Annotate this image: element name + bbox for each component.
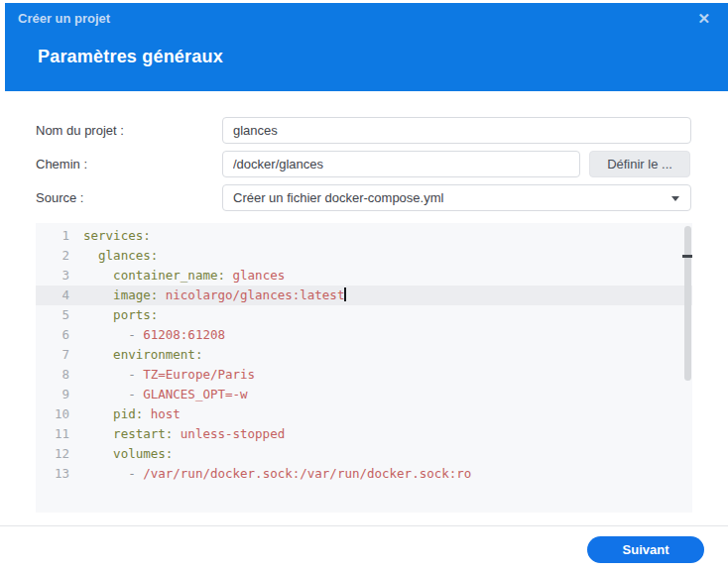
code-text: - /var/run/docker.sock:/var/run/docker.s…	[83, 464, 471, 484]
line-number: 8	[36, 365, 83, 385]
code-line[interactable]: 9 - GLANCES_OPT=-w	[36, 385, 692, 404]
code-text: container_name: glances	[83, 266, 285, 286]
line-number: 1	[36, 226, 83, 246]
code-line[interactable]: 2 glances:	[36, 246, 692, 266]
line-number: 7	[36, 345, 83, 365]
code-line[interactable]: 3 container_name: glances	[36, 266, 692, 286]
next-button[interactable]: Suivant	[587, 536, 704, 563]
dialog-header: Créer un projet ✕ Paramètres généraux	[5, 3, 728, 91]
code-text: environment:	[83, 345, 202, 365]
line-number: 12	[36, 444, 83, 464]
code-line[interactable]: 1services:	[36, 226, 692, 246]
code-text: - TZ=Europe/Paris	[83, 365, 255, 385]
line-number: 9	[36, 385, 83, 404]
code-line[interactable]: 13 - /var/run/docker.sock:/var/run/docke…	[36, 464, 692, 484]
source-select[interactable]: Créer un fichier docker-compose.yml	[222, 184, 691, 211]
yaml-code-editor[interactable]: 1services:2 glances:3 container_name: gl…	[36, 223, 692, 513]
code-text: image: nicolargo/glances:latest	[83, 286, 346, 305]
source-label: Source :	[36, 190, 83, 205]
code-line[interactable]: 6 - 61208:61208	[36, 325, 692, 345]
code-text: ports:	[83, 305, 158, 325]
code-line[interactable]: 10 pid: host	[36, 404, 692, 424]
line-number: 13	[36, 464, 83, 484]
footer-divider	[0, 525, 728, 526]
line-number: 3	[36, 266, 83, 286]
code-line[interactable]: 7 environment:	[36, 345, 692, 365]
code-text: services:	[83, 226, 151, 246]
code-line[interactable]: 11 restart: unless-stopped	[36, 424, 692, 444]
line-number: 5	[36, 305, 83, 325]
project-name-label: Nom du projet :	[36, 123, 124, 138]
dialog-title: Créer un projet	[18, 11, 110, 26]
code-line[interactable]: 8 - TZ=Europe/Paris	[36, 365, 692, 385]
code-text: - GLANCES_OPT=-w	[83, 385, 248, 404]
scrollbar-annotation-mark	[682, 255, 692, 258]
text-cursor	[344, 287, 346, 301]
code-line[interactable]: 12 volumes:	[36, 444, 692, 464]
code-line[interactable]: 4 image: nicolargo/glances:latest	[36, 286, 692, 305]
chevron-down-icon	[671, 196, 679, 201]
code-text: glances:	[83, 246, 158, 266]
line-number: 4	[36, 286, 83, 305]
code-text: restart: unless-stopped	[83, 424, 285, 444]
source-selected-value: Créer un fichier docker-compose.yml	[233, 190, 443, 205]
line-number: 11	[36, 424, 83, 444]
code-lines: 1services:2 glances:3 container_name: gl…	[36, 226, 692, 484]
line-number: 10	[36, 404, 83, 424]
line-number: 2	[36, 246, 83, 266]
path-label: Chemin :	[36, 157, 87, 172]
section-title: Paramètres généraux	[38, 47, 223, 67]
project-name-input[interactable]	[222, 117, 691, 144]
code-line[interactable]: 5 ports:	[36, 305, 692, 325]
create-project-dialog: Créer un projet ✕ Paramètres généraux No…	[0, 0, 728, 572]
code-text: pid: host	[83, 404, 181, 424]
code-text: - 61208:61208	[83, 325, 225, 345]
close-icon[interactable]: ✕	[697, 9, 710, 29]
line-number: 6	[36, 325, 83, 345]
path-input[interactable]	[222, 151, 580, 177]
set-location-button[interactable]: Définir le ...	[589, 151, 690, 177]
editor-scrollbar[interactable]	[684, 226, 691, 381]
code-text: volumes:	[83, 444, 173, 464]
